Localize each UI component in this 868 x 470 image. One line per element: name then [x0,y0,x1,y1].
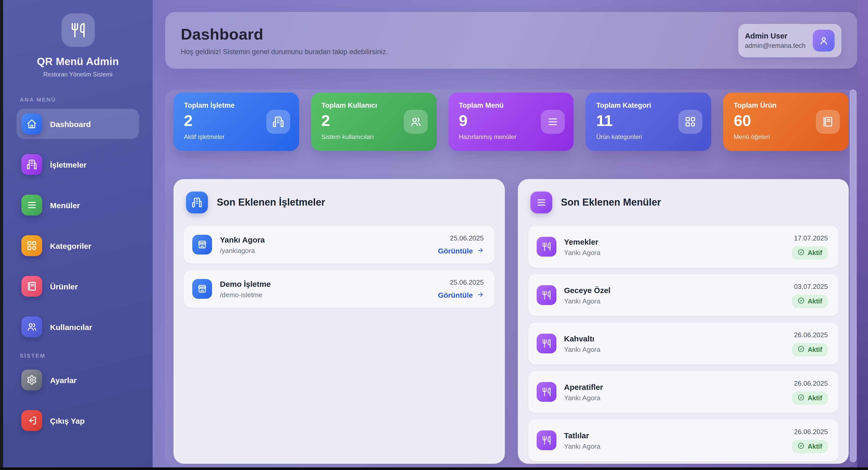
menu-lines-icon [530,192,552,213]
status-badge: Aktif [792,391,828,405]
app-title: QR Menü Admin [3,56,153,68]
stat-sublabel: Menü öğeleri [734,133,838,140]
status-badge: Aktif [792,440,828,453]
menu-business: Yankı Agora [564,248,600,256]
users-icon [21,316,42,337]
stat-label: Toplam Menü [459,101,563,109]
menu-business: Yankı Agora [564,442,600,450]
book-icon [816,110,840,134]
app-subtitle: Restoran Yönetim Sistemi [3,71,153,77]
menus-panel-title: Son Eklenen Menüler [561,197,661,208]
menu-date: 03.07.2025 [794,282,828,290]
view-link-label: Görüntüle [438,247,473,255]
sidebar-item-ayarlar[interactable]: Ayarlar [17,365,139,395]
page-header-text: Dashboard Hoş geldiniz! Sistemin genel d… [181,25,388,56]
scrollbar-track[interactable] [857,0,868,467]
menu-date: 26.06.2025 [794,331,828,339]
sidebar-item-ürünler[interactable]: Ürünler [17,271,139,301]
user-name: Admin User [745,32,805,40]
sidebar-item-label: İşletmeler [50,160,87,169]
sidebar-item-label: Ayarlar [50,375,76,384]
stat-label: Toplam Kullanıcı [321,101,426,109]
sidebar-item-çıkış yap[interactable]: Çıkış Yap [17,405,139,436]
utensils-icon [536,237,556,257]
sidebar-item-label: Ürünler [50,282,78,291]
stat-label: Toplam Ürün [734,101,838,109]
business-meta: 25.06.2025Görüntüle [438,234,484,255]
businesses-panel-header: Son Eklenen İşletmeler [174,179,505,222]
businesses-list: Yankı Agora/yankiagora25.06.2025Görüntül… [174,222,505,318]
store-icon [192,279,212,299]
view-link[interactable]: Görüntüle [438,291,484,300]
sidebar-item-menüler[interactable]: Menüler [17,190,139,220]
menu-date: 26.06.2025 [794,379,828,387]
business-slug: /demo-isletme [220,291,271,299]
businesses-panel: Son Eklenen İşletmeler Yankı Agora/yanki… [174,179,505,464]
menu-row: KahvaltıYankı Agora26.06.2025Aktif [528,323,838,364]
menu-info: Geceye ÖzelYankı Agora [564,286,610,305]
stats-row: Toplam İşletme2Aktif işletmelerToplam Ku… [174,93,849,151]
menu-meta: 03.07.2025Aktif [792,282,828,308]
sidebar-item-label: Çıkış Yap [50,416,85,425]
status-badge-label: Aktif [808,298,822,305]
status-badge: Aktif [792,343,828,356]
view-link[interactable]: Görüntüle [438,246,484,255]
sidebar-item-i̇şletmeler[interactable]: İşletmeler [17,149,139,179]
user-menu[interactable]: Admin User admin@remana.tech [738,24,841,57]
window-edge-bottom [0,467,868,470]
book-icon [21,276,42,297]
scrollbar-thumb[interactable] [850,90,857,462]
stat-label: Toplam Kategori [596,101,701,109]
business-date: 25.06.2025 [450,234,484,242]
view-link-label: Görüntüle [438,291,473,299]
menu-date: 17.07.2025 [794,234,828,242]
business-slug: /yankiagora [220,246,265,254]
business-info: Yankı Agora/yankiagora [220,235,265,254]
menu-lines-icon [541,110,565,134]
stat-sublabel: Aktif işletmeler [184,133,289,140]
sidebar-item-label: Menüler [50,201,80,209]
user-meta: Admin User admin@remana.tech [745,32,805,49]
status-badge-label: Aktif [808,443,822,450]
status-badge: Aktif [792,246,828,260]
check-circle-icon [798,345,804,354]
utensils-icon [61,13,95,47]
sidebar-item-kullanıcılar[interactable]: Kullanıcılar [17,312,139,342]
logout-icon [21,410,42,431]
stat-card: Toplam Menü9Hazırlanmış menüler [448,93,574,151]
stat-card: Toplam Kategori11Ürün kategorileri [586,93,711,151]
stat-sublabel: Hazırlanmış menüler [459,133,563,140]
utensils-icon [536,285,556,305]
business-meta: 25.06.2025Görüntüle [438,278,484,300]
business-date: 25.06.2025 [450,278,484,286]
utensils-icon [536,382,556,402]
user-icon [813,29,835,51]
stat-sublabel: Ürün kategorileri [596,133,701,140]
sidebar-item-dashboard[interactable]: Dashboard [17,109,139,139]
content-shell: Toplam İşletme2Aktif işletmelerToplam Ku… [165,90,857,467]
stat-label: Toplam İşletme [184,101,289,109]
sidebar-item-kategoriler[interactable]: Kategoriler [17,231,139,261]
menu-business: Yankı Agora [564,297,610,305]
menu-business: Yankı Agora [564,345,600,353]
building-icon [21,154,42,175]
menu-row: Geceye ÖzelYankı Agora03.07.2025Aktif [528,274,838,316]
building-icon [266,110,290,134]
sidebar-section-label: SİSTEM [20,352,139,359]
stat-card: Toplam Ürün60Menü öğeleri [723,93,849,151]
menu-name: Tatlılar [564,431,600,440]
sidebar: QR Menü Admin Restoran Yönetim Sistemi A… [3,0,153,467]
menu-meta: 26.06.2025Aktif [792,379,828,405]
brand: QR Menü Admin Restoran Yönetim Sistemi [3,0,153,77]
grid-icon [21,235,42,256]
menu-meta: 26.06.2025Aktif [792,428,828,453]
menu-row: AperatiflerYankı Agora26.06.2025Aktif [528,371,838,413]
menus-list: YemeklerYankı Agora17.07.2025AktifGeceye… [518,222,849,464]
business-name: Demo İşletme [220,279,271,288]
status-badge: Aktif [792,294,828,308]
menu-meta: 17.07.2025Aktif [792,234,828,260]
user-email: admin@remana.tech [745,42,805,49]
panels-row: Son Eklenen İşletmeler Yankı Agora/yanki… [174,179,849,464]
utensils-icon [536,431,556,450]
gear-icon [21,370,42,390]
